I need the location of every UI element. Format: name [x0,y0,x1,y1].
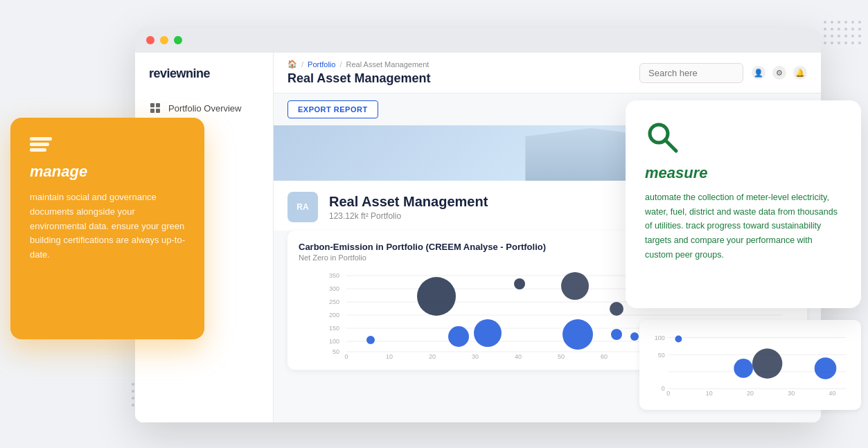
header-right: 👤 ⚙ 🔔 [639,63,807,83]
manage-card: manage maintain social and governance do… [10,118,204,339]
minimize-button[interactable] [160,36,168,44]
settings-icon[interactable]: ⚙ [772,66,786,80]
maximize-button[interactable] [174,36,182,44]
svg-text:20: 20 [429,353,436,359]
svg-point-33 [474,319,502,347]
chart-card-small: 100 50 0 0 10 20 30 40 [639,320,861,410]
breadcrumb-sep-2: / [339,60,342,69]
svg-text:40: 40 [515,353,522,359]
svg-point-52 [675,336,682,343]
app-header: 🏠 / Portfolio / Real Asset Management Re… [274,53,821,93]
svg-text:10: 10 [706,390,713,397]
asset-meta: 123.12k ft² Portfolio [329,211,488,221]
svg-text:40: 40 [829,390,835,397]
svg-text:50: 50 [558,353,565,359]
svg-text:300: 300 [329,285,339,292]
avatar: RA [287,192,318,222]
app-logo: reviewnine [135,66,273,95]
breadcrumb-sep-1: / [301,60,303,69]
measure-card-title: measure [645,164,842,182]
user-icon[interactable]: 👤 [752,66,765,80]
bell-icon[interactable]: 🔔 [793,66,807,80]
svg-point-35 [611,329,622,340]
measure-search-svg [645,120,681,156]
svg-text:0: 0 [344,353,348,359]
stack-icon [30,137,185,152]
svg-text:250: 250 [329,298,339,305]
header-left: 🏠 / Portfolio / Real Asset Management Re… [287,60,430,86]
dot-grid-top-right: (function(){ const g = document.querySel… [824,21,861,44]
asset-info: Real Asset Management 123.12k ft² Portfo… [329,194,488,221]
svg-text:200: 200 [329,312,339,319]
svg-text:30: 30 [472,353,479,359]
svg-point-27 [561,272,589,300]
svg-point-53 [734,359,753,378]
svg-text:150: 150 [329,325,339,332]
svg-text:30: 30 [788,390,795,397]
svg-text:60: 60 [601,353,608,359]
sidebar-item-portfolio-label: Portfolio Overview [168,103,241,114]
svg-text:0: 0 [662,385,665,392]
svg-text:100: 100 [329,338,339,345]
manage-card-title: manage [30,163,185,181]
small-bubble-chart-svg: 100 50 0 0 10 20 30 40 [648,328,853,402]
close-button[interactable] [146,36,154,44]
export-report-button[interactable]: EXPORT REPORT [287,100,378,118]
svg-text:20: 20 [747,390,754,397]
search-input[interactable] [639,63,743,83]
svg-line-39 [665,140,676,151]
svg-point-55 [815,357,837,379]
breadcrumb: 🏠 / Portfolio / Real Asset Management [287,60,430,69]
grid-icon [149,102,161,114]
header-icons: 👤 ⚙ 🔔 [752,66,807,80]
measure-card: measure automate the collection of meter… [626,100,861,308]
svg-point-36 [630,332,639,341]
svg-text:50: 50 [333,348,339,355]
svg-point-25 [417,277,456,316]
svg-text:0: 0 [666,390,670,397]
asset-name: Real Asset Management [329,194,488,210]
page-title: Real Asset Management [287,71,430,86]
svg-text:50: 50 [658,352,665,359]
breadcrumb-home-icon: 🏠 [287,60,297,69]
svg-point-26 [514,278,525,289]
svg-point-32 [448,326,469,347]
svg-point-28 [610,302,623,316]
breadcrumb-portfolio[interactable]: Portfolio [308,60,335,69]
manage-card-text: maintain social and governance documents… [30,190,185,262]
svg-point-34 [563,319,593,350]
svg-text:100: 100 [655,334,665,341]
breadcrumb-current: Real Asset Management [346,60,429,69]
browser-chrome [135,28,821,53]
svg-point-31 [366,336,375,344]
svg-text:350: 350 [329,272,339,279]
measure-card-text: automate the collection of meter-level e… [645,190,842,262]
search-icon [645,120,842,156]
svg-text:10: 10 [386,353,393,359]
svg-point-54 [752,348,782,378]
